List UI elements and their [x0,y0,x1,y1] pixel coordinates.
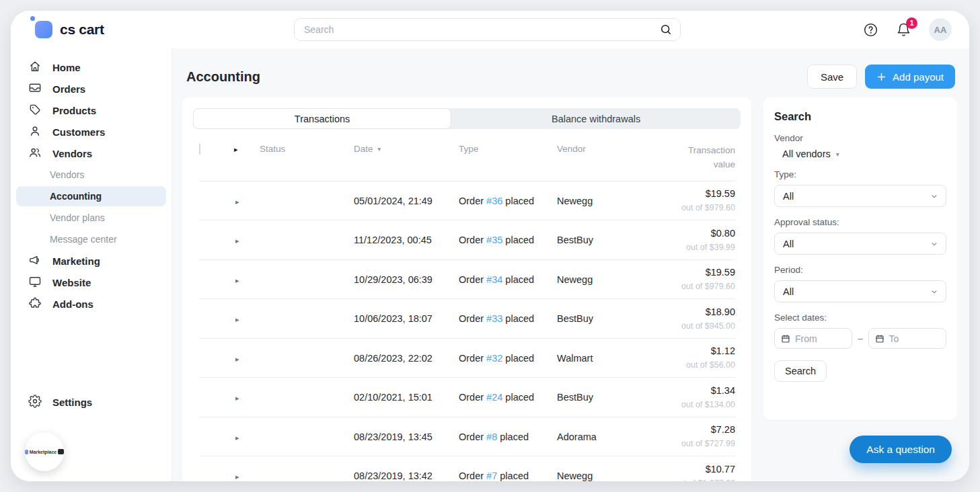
sidebar-item-label: Add-ons [52,298,93,310]
column-header-status[interactable]: Status [260,144,354,154]
column-header-vendor[interactable]: Vendor [557,144,655,154]
search-icon[interactable] [659,23,673,39]
main-area: Accounting Save Add payout Transactions … [172,48,969,481]
row-date: 02/10/2021, 15:01 [354,392,459,403]
calendar-icon [781,334,790,343]
app-window: cs cart 1 AA Home [11,11,969,481]
row-expander-icon[interactable]: ▸ [234,198,239,206]
column-header-date[interactable]: Date▼ [354,144,459,154]
sidebar-item-vendors[interactable]: Vendors [11,142,172,164]
vendor-dropdown[interactable]: All vendors ▾ [774,149,946,159]
tab-balance-withdrawals[interactable]: Balance withdrawals [451,108,741,129]
sidebar-item-label: Settings [52,397,92,408]
notifications-bell-icon[interactable]: 1 [896,22,911,38]
notification-count-badge: 1 [906,17,917,29]
sidebar-item-label: Customers [52,126,105,138]
row-date: 10/29/2023, 06:39 [354,274,459,285]
column-header-type[interactable]: Type [459,144,557,154]
cs-cart-logo[interactable]: cs cart [35,21,104,38]
sidebar-subitem-accounting[interactable]: Accounting [16,186,166,206]
order-link[interactable]: #32 [486,353,502,364]
sidebar-item-home[interactable]: Home [11,56,172,78]
order-link[interactable]: #34 [486,274,502,285]
sidebar-item-settings[interactable]: Settings [11,391,189,413]
sidebar-item-customers[interactable]: Customers [11,121,172,142]
approval-status-label: Approval status: [774,217,946,227]
tab-transactions[interactable]: Transactions [193,108,451,129]
sidebar-item-website[interactable]: Website [11,272,172,293]
row-expander-icon[interactable]: ▸ [234,355,239,363]
topbar: cs cart 1 AA [11,11,969,48]
column-header-transaction-value[interactable]: Transaction value [672,144,735,172]
sidebar-subitem-message-center[interactable]: Message center [11,229,172,250]
row-type: Order #36 placed [459,196,557,206]
sidebar-item-orders[interactable]: Orders [11,78,172,99]
order-link[interactable]: #33 [486,313,502,324]
row-expander-icon[interactable]: ▸ [234,276,239,284]
row-date: 08/23/2019, 13:45 [354,432,459,442]
row-expander-icon[interactable]: ▸ [234,237,239,245]
row-vendor: Walmart [557,353,655,364]
order-link[interactable]: #36 [486,196,502,206]
row-date: 08/23/2019, 13:42 [354,470,459,481]
vendor-label: Vendor [774,133,946,143]
sidebar: Home Orders Products Customers Vendors V… [11,48,172,481]
select-dates-label: Select dates: [774,313,946,323]
order-link[interactable]: #24 [486,392,502,403]
search-panel: Search Vendor All vendors ▾ Type: All Ap… [763,97,957,420]
row-type: Order #32 placed [459,353,557,364]
row-type: Order #7 placed [459,470,557,481]
marketplace-badge[interactable]: Marketplace [25,432,64,471]
marketing-megaphone-icon [28,253,42,269]
select-all-checkbox[interactable] [199,143,200,155]
row-date: 08/26/2023, 22:02 [354,353,459,364]
add-ons-puzzle-icon [28,296,42,312]
row-transaction-value: $10.77 out of $1,077.00 [655,462,735,481]
date-to-input[interactable]: To [868,328,946,349]
topbar-actions: 1 AA [863,18,952,41]
type-select[interactable]: All [774,185,946,207]
date-range-dash: – [858,333,862,343]
row-transaction-value: $0.80 out of $39.99 [655,227,735,254]
type-label: Type: [774,169,946,179]
chevron-down-icon [930,287,939,296]
search-submit-button[interactable]: Search [774,360,827,382]
row-transaction-value: $1.12 out of $56.00 [655,344,735,372]
table-row: ▸ 08/26/2023, 22:02 Order #32 placed Wal… [199,338,735,378]
row-transaction-value: $18.90 out of $945.00 [655,305,735,333]
website-monitor-icon [28,275,42,290]
row-type: Order #33 placed [459,313,557,324]
order-link[interactable]: #8 [486,432,497,442]
sidebar-item-marketing[interactable]: Marketing [11,250,172,272]
row-expander-icon[interactable]: ▸ [234,434,239,442]
approval-status-select[interactable]: All [774,233,946,255]
row-expander-icon[interactable]: ▸ [234,473,239,481]
table-body: ▸ 05/01/2024, 21:49 Order #36 placed New… [199,181,735,481]
chevron-down-icon: ▾ [836,151,839,158]
order-link[interactable]: #35 [486,235,502,245]
ask-a-question-button[interactable]: Ask a question [850,436,952,463]
help-icon[interactable] [863,22,878,38]
row-expander-icon[interactable]: ▸ [234,394,239,402]
global-search-input[interactable] [294,18,681,41]
add-payout-button[interactable]: Add payout [865,65,955,89]
expand-all-icon[interactable]: ▸ [234,145,238,153]
save-button[interactable]: Save [807,65,857,89]
period-select[interactable]: All [774,280,946,302]
avatar[interactable]: AA [929,18,952,41]
sidebar-item-label: Home [52,62,81,73]
sidebar-item-add-ons[interactable]: Add-ons [11,293,172,315]
row-expander-icon[interactable]: ▸ [234,315,239,323]
sidebar-item-label: Orders [52,83,85,95]
page-title: Accounting [186,69,260,85]
order-link[interactable]: #7 [486,470,497,481]
date-from-input[interactable]: From [774,328,852,349]
sidebar-item-products[interactable]: Products [11,99,172,121]
sidebar-subitem-vendor-plans[interactable]: Vendor plans [11,207,172,229]
row-vendor: Newegg [557,196,655,206]
row-transaction-value: $1.34 out of $134.00 [655,384,735,411]
table-row: ▸ 11/12/2023, 00:45 Order #35 placed Bes… [199,220,735,259]
sidebar-subitem-vendors[interactable]: Vendors [11,164,172,186]
row-vendor: BestBuy [557,313,655,324]
chevron-down-icon [930,192,939,201]
